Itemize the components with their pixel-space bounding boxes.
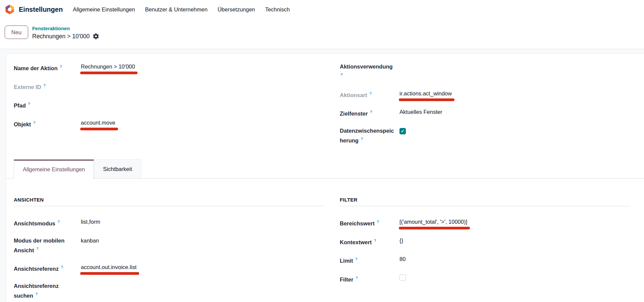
field-value-text-red-underlined: ir.actions.act_window [399,89,452,97]
field-value[interactable]: Rechnungen > 10'000 [81,62,135,71]
filter-fields: Bereichswert ?[('amount_total', '>', 100… [340,218,631,283]
tab-allgemeine-einstellungen[interactable]: Allgemeine Einstellungen [14,160,94,179]
field-value-text: 80 [399,255,406,263]
filter-section: FILTER Bereichswert ?[('amount_total', '… [340,179,631,302]
gear-icon[interactable] [93,33,99,39]
help-question-icon[interactable]: ? [61,265,63,269]
settings-app-logo-icon[interactable] [5,4,15,14]
menu-item[interactable]: Technisch [265,6,290,13]
field-label: Datenzwischenspeicherung ? [340,127,399,144]
field-value[interactable]: account.out.invoice.list [81,263,137,271]
help-question-icon[interactable]: ? [369,91,372,95]
field-value[interactable] [81,81,101,89]
form-field-row: Filter ? [340,274,631,284]
help-question-icon[interactable]: ? [356,276,358,280]
field-label: Objekt ? [14,119,81,128]
menu-item[interactable]: Benutzer & Unternehmen [145,6,207,13]
field-group-left: Name der Aktion ?Rechnungen > 10'000Exte… [14,62,324,153]
field-value-text-red-underlined: account.move [81,119,115,127]
field-value-text: {} [399,236,403,245]
breadcrumb-parent-link[interactable]: Fensteraktionen [32,26,99,32]
form-field-row: Limit ?80 [340,255,631,265]
top-navbar: Einstellungen Allgemeine EinstellungenBe… [0,0,644,19]
record-title: Rechnungen > 10'000 [32,32,90,40]
help-question-icon[interactable]: ? [57,220,60,224]
notebook-tabbar: Allgemeine EinstellungenSichtbarkeit [6,159,644,179]
form-field-row: Ansichtsreferenz suchen ? [14,282,324,300]
help-question-icon[interactable]: ? [355,257,358,261]
field-value[interactable]: ✓ [399,127,420,135]
field-value[interactable]: Aktuelles Fenster [399,108,442,116]
field-label: Limit ? [340,255,399,265]
views-section-title: ANSICHTEN [14,197,324,203]
form-field-row: Zielfenster ?Aktuelles Fenster [340,108,631,118]
help-question-icon[interactable]: ? [370,110,372,114]
field-label: Ansichtsreferenz ? [14,263,81,273]
field-label: Kontextwert ? [340,236,399,246]
field-value[interactable] [399,274,420,283]
field-value-text: list,form [81,218,100,226]
views-section: ANSICHTEN Ansichtsmodus ?list,formModus … [14,179,324,302]
checkbox-unchecked[interactable] [399,274,406,281]
field-value[interactable]: 80 [399,255,420,263]
form-field-row: Kontextwert ?{} [340,236,631,246]
main-menu: Allgemeine EinstellungenBenutzer & Unter… [73,6,290,13]
field-value[interactable] [81,100,101,108]
new-button[interactable]: Neu [5,26,28,39]
form-field-row: Bereichswert ?[('amount_total', '>', 100… [340,218,631,227]
field-label: Ansichtsreferenz suchen ? [14,282,81,300]
help-question-icon[interactable]: ? [361,137,363,141]
field-label: Zielfenster ? [340,108,399,118]
form-sheet: Name der Aktion ?Rechnungen > 10'000Exte… [6,53,644,302]
field-value-text-red-underlined: Rechnungen > 10'000 [81,62,135,71]
form-field-row: Ansichtsmodus ?list,form [14,218,324,227]
help-question-icon[interactable]: ? [36,247,39,251]
field-value[interactable]: [('amount_total', '>', 10000)] [399,218,467,226]
form-field-row: Ansichtsreferenz ?account.out.invoice.li… [14,263,324,273]
tab-sichtbarkeit[interactable]: Sichtbarkeit [94,159,141,178]
help-question-icon[interactable]: ? [35,292,38,296]
field-label: Name der Aktion ? [14,62,81,72]
menu-item[interactable]: Allgemeine Einstellungen [73,6,135,13]
app-title[interactable]: Einstellungen [19,6,63,13]
checkbox-checked[interactable]: ✓ [399,128,406,134]
help-question-icon[interactable]: ? [33,121,36,125]
help-question-icon[interactable]: ? [43,83,46,87]
field-value[interactable] [81,282,101,290]
form-field-row: Datenzwischenspeicherung ?✓ [340,127,631,144]
field-value[interactable]: {} [399,236,420,245]
form-field-row: Externe ID ? [14,81,324,91]
field-label: Modus der mobilen Ansicht ? [14,236,81,254]
section-divider [340,206,631,206]
form-field-row: Aktionsverwendung ? [340,62,631,80]
form-field-row: Aktionsart ?ir.actions.act_window [340,89,631,99]
form-view-background: Name der Aktion ?Rechnungen > 10'000Exte… [0,49,644,302]
help-question-icon[interactable]: ? [60,64,62,69]
field-value[interactable]: ir.actions.act_window [399,89,452,97]
form-field-row: Pfad ? [14,100,324,110]
field-value-text-red-underlined: account.out.invoice.list [81,263,137,271]
field-label: Bereichswert ? [340,218,399,227]
field-label: Pfad ? [14,100,81,110]
views-fields: Ansichtsmodus ?list,formModus der mobile… [14,218,324,299]
help-question-icon[interactable]: ? [377,220,379,224]
form-field-row: Modus der mobilen Ansicht ?kanban [14,236,324,254]
top-field-groups: Name der Aktion ?Rechnungen > 10'000Exte… [14,62,631,153]
field-value[interactable]: list,form [81,218,101,226]
field-label: Aktionsart ? [340,89,399,99]
section-columns: ANSICHTEN Ansichtsmodus ?list,formModus … [14,179,631,302]
help-question-icon[interactable]: ? [340,73,343,77]
section-divider [14,206,324,206]
form-field-row: Name der Aktion ?Rechnungen > 10'000 [14,62,324,72]
field-value[interactable]: kanban [81,236,101,245]
help-question-icon[interactable]: ? [374,239,376,243]
field-label: Aktionsverwendung ? [340,62,399,80]
field-label: Ansichtsmodus ? [14,218,81,227]
field-value-text-red-underlined: [('amount_total', '>', 10000)] [399,218,467,226]
field-group-right: Aktionsverwendung ?Aktionsart ?ir.action… [340,62,631,153]
field-value-text: kanban [81,236,99,245]
field-value[interactable]: account.move [81,119,115,127]
menu-item[interactable]: Übersetzungen [218,6,255,13]
field-value[interactable] [399,62,420,71]
help-question-icon[interactable]: ? [28,102,30,106]
